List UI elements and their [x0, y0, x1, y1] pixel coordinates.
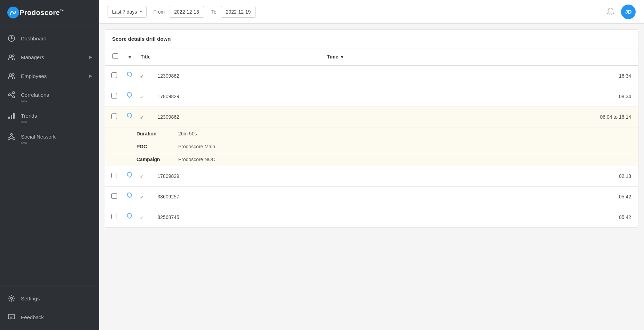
inbound-arrow-icon: ↙: [140, 73, 144, 79]
main-content: Last 7 days ▾ From 2022-12-13 To 2022-12…: [99, 0, 644, 330]
table-row[interactable]: ↙ 12309862 16:34: [105, 65, 638, 86]
sidebar-nav: Dashboard Managers ▶: [0, 25, 99, 285]
detail-cell: Campaign Prodoscore NOC: [105, 153, 638, 166]
date-range-label: Last 7 days: [112, 9, 137, 15]
managers-icon: [7, 53, 16, 62]
dashboard-icon: [7, 34, 16, 43]
inbound-arrow-cell: ↙: [137, 65, 154, 86]
from-label: From: [154, 9, 165, 15]
svg-point-3: [11, 38, 12, 39]
topbar-right: JD: [606, 5, 636, 19]
drill-down-card: Score details drill down Title Time ▼: [105, 29, 638, 228]
managers-arrow-icon: ▶: [89, 55, 92, 60]
row-number: 17809829: [154, 86, 352, 107]
inbound-arrow-cell: ↙: [137, 166, 154, 187]
call-icon-cell: [123, 187, 137, 207]
table-row[interactable]: ↙ 82568745 05:42: [105, 207, 638, 228]
table-row[interactable]: ↙ 17809829 02:18: [105, 166, 638, 187]
sidebar-item-social-network[interactable]: Social Network beta: [0, 127, 99, 148]
sidebar-item-managers[interactable]: Managers ▶: [0, 48, 99, 66]
correlations-icon: [7, 90, 16, 99]
svg-point-18: [13, 138, 15, 140]
from-date-input[interactable]: 2022-12-13: [169, 6, 204, 18]
detail-row: Duration 26m 50s: [105, 127, 638, 141]
detail-cell: POC Prodoscore Main: [105, 140, 638, 153]
row-checkbox[interactable]: [111, 72, 117, 78]
table-body: ↙ 12309862 16:34 ↙ 17809829 08:34: [105, 65, 638, 228]
svg-point-5: [12, 55, 14, 57]
svg-point-16: [10, 133, 13, 135]
sort-triangle-icon[interactable]: [128, 56, 132, 58]
card-title: Score details drill down: [105, 30, 638, 48]
employees-icon: [7, 71, 16, 80]
svg-point-1: [10, 13, 11, 15]
settings-icon: [7, 294, 16, 303]
date-range-select[interactable]: Last 7 days ▾: [108, 6, 147, 18]
sidebar-item-trends[interactable]: Trends beta: [0, 106, 99, 127]
row-number: 38609257: [154, 187, 352, 207]
detail-row: Campaign Prodoscore NOC: [105, 153, 638, 166]
row-checkbox-cell: [105, 107, 123, 127]
svg-rect-14: [11, 115, 12, 119]
select-all-checkbox[interactable]: [112, 53, 118, 59]
row-checkbox-cell: [105, 187, 123, 207]
svg-point-9: [13, 92, 15, 94]
drill-table: Title Time ▼ ↙ 123: [105, 48, 638, 228]
header-time-col: Time ▼: [154, 48, 352, 65]
correlations-beta-tag: beta: [21, 100, 27, 103]
svg-rect-23: [8, 314, 15, 319]
row-checkbox-cell: [105, 65, 123, 86]
row-checkbox[interactable]: [111, 193, 117, 199]
sidebar-item-correlations[interactable]: Correlations beta: [0, 85, 99, 106]
svg-rect-13: [8, 117, 10, 119]
detail-label: Campaign: [136, 157, 178, 162]
row-checkbox[interactable]: [111, 214, 117, 219]
table-row[interactable]: ↙ 17809829 08:34: [105, 86, 638, 107]
header-title-col: Title: [137, 48, 154, 65]
to-date-input[interactable]: 2022-12-19: [221, 6, 256, 18]
sidebar-item-settings[interactable]: Settings: [0, 289, 99, 308]
social-network-beta-tag: beta: [21, 141, 27, 145]
row-checkbox-cell: [105, 86, 123, 107]
call-icon: [125, 171, 134, 180]
inbound-arrow-cell: ↙: [137, 187, 154, 207]
svg-point-10: [13, 96, 15, 98]
row-checkbox[interactable]: [111, 173, 117, 178]
sidebar-item-employees[interactable]: Employees ▶: [0, 66, 99, 85]
detail-label: POC: [136, 144, 178, 149]
detail-value: 26m 50s: [178, 131, 197, 136]
inbound-arrow-icon: ↙: [140, 174, 144, 179]
header-sort-cell: [123, 48, 137, 65]
sidebar-item-feedback[interactable]: Feedback: [0, 308, 99, 327]
svg-point-8: [8, 94, 10, 96]
content-area: Score details drill down Title Time ▼: [99, 24, 644, 330]
inbound-arrow-icon: ↙: [140, 94, 144, 99]
social-network-icon: [7, 132, 16, 141]
row-time: 16:34: [352, 65, 638, 86]
call-icon: [125, 191, 134, 201]
inbound-arrow-icon: ↙: [140, 215, 144, 220]
user-avatar[interactable]: JD: [621, 5, 636, 19]
detail-value: Prodoscore NOC: [178, 157, 215, 162]
row-checkbox[interactable]: [111, 113, 117, 119]
prodoscore-logo-icon: [7, 6, 19, 19]
inbound-arrow-cell: ↙: [137, 107, 154, 127]
feedback-icon: [7, 313, 16, 322]
row-checkbox[interactable]: [111, 93, 117, 99]
employees-arrow-icon: ▶: [89, 73, 92, 78]
row-number: 17809829: [154, 166, 352, 187]
detail-item: Campaign Prodoscore NOC: [105, 153, 638, 166]
date-range-arrow-icon: ▾: [140, 9, 142, 14]
svg-point-22: [10, 297, 13, 299]
table-row[interactable]: ↙ 12309862 06:04 to 16:14: [105, 107, 638, 127]
row-number: 12309862: [154, 65, 352, 86]
table-row[interactable]: ↙ 38609257 05:42: [105, 187, 638, 207]
call-icon-cell: [123, 65, 137, 86]
svg-point-17: [8, 138, 10, 140]
sidebar-item-label-dashboard: Dashboard: [21, 36, 46, 41]
sidebar-item-label-settings: Settings: [21, 296, 40, 301]
notification-bell-icon[interactable]: [606, 7, 615, 17]
sidebar-item-dashboard[interactable]: Dashboard: [0, 29, 99, 48]
call-icon: [125, 71, 134, 80]
call-icon-cell: [123, 207, 137, 228]
